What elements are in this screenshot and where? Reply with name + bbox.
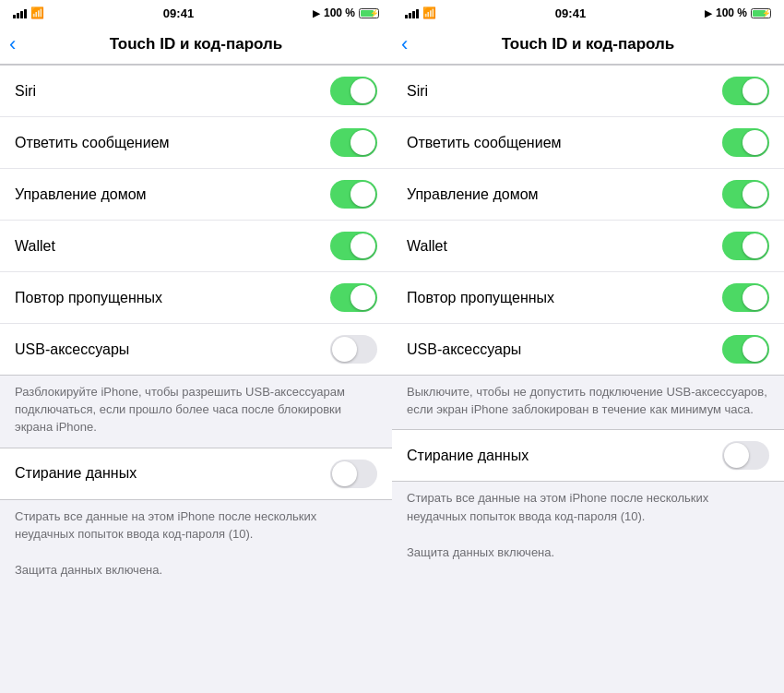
label-siri-right: Siri xyxy=(407,83,722,100)
toggle-home-right[interactable] xyxy=(722,180,769,209)
toggle-reply-left[interactable] xyxy=(330,128,377,157)
toggle-siri-left[interactable] xyxy=(330,77,377,105)
toggle-wallet-left[interactable] xyxy=(330,232,377,260)
label-missed-right: Повтор пропущенных xyxy=(407,290,722,306)
label-wallet-left: Wallet xyxy=(15,238,330,255)
main-group-right: Siri Ответить сообщением Управление домо… xyxy=(392,65,784,376)
row-erase-right: Стирание данных xyxy=(392,430,784,481)
nav-title-right: Touch ID и код-пароль xyxy=(502,35,675,54)
usb-description-text-left: Разблокируйте iPhone, чтобы разрешить US… xyxy=(15,385,345,434)
toggle-erase-right[interactable] xyxy=(722,441,769,470)
toggle-usb-left[interactable] xyxy=(330,335,377,364)
signal-icon-left xyxy=(13,7,27,18)
usb-description-text-right: Выключите, чтобы не допустить подключени… xyxy=(407,385,767,416)
row-wallet-right: Wallet xyxy=(392,221,784,272)
label-home-left: Управление домом xyxy=(15,186,330,203)
toggle-home-left[interactable] xyxy=(330,180,377,209)
erase-description-left: Стирать все данные на этом iPhone после … xyxy=(0,500,392,554)
row-erase-left: Стирание данных xyxy=(0,448,392,499)
status-left-left: 📶 xyxy=(13,6,44,19)
row-missed-left: Повтор пропущенных xyxy=(0,272,392,324)
row-wallet-left: Wallet xyxy=(0,221,392,272)
status-right-right: ▶ 100 % ⚡ xyxy=(705,6,771,19)
row-usb-right: USB-аксессуары xyxy=(392,324,784,375)
row-reply-left: Ответить сообщением xyxy=(0,117,392,169)
nav-bar-left: ‹ Touch ID и код-пароль xyxy=(0,24,392,65)
label-erase-left: Стирание данных xyxy=(15,465,330,482)
label-home-right: Управление домом xyxy=(407,186,722,203)
nav-title-left: Touch ID и код-пароль xyxy=(110,35,283,54)
battery-icon-left: ⚡ xyxy=(359,8,379,18)
label-siri-left: Siri xyxy=(15,83,330,100)
row-siri-left: Siri xyxy=(0,66,392,117)
location-icon-right: ▶ xyxy=(705,8,712,18)
usb-description-left: Разблокируйте iPhone, чтобы разрешить US… xyxy=(0,376,392,448)
label-missed-left: Повтор пропущенных xyxy=(15,290,330,306)
wifi-icon-right: 📶 xyxy=(422,6,436,19)
label-usb-left: USB-аксессуары xyxy=(15,341,330,358)
erase-description-right: Стирать все данные на этом iPhone после … xyxy=(392,482,784,535)
back-button-left[interactable]: ‹ xyxy=(9,32,16,56)
main-group-left: Siri Ответить сообщением Управление домо… xyxy=(0,65,392,376)
nav-bar-right: ‹ Touch ID и код-пароль xyxy=(392,24,784,65)
toggle-erase-left[interactable] xyxy=(330,460,377,488)
panel-right: 📶 09:41 ▶ 100 % ⚡ ‹ Touch ID и код-парол… xyxy=(392,0,784,693)
row-siri-right: Siri xyxy=(392,66,784,117)
label-wallet-right: Wallet xyxy=(407,238,722,255)
erase-description-text-right: Стирать все данные на этом iPhone после … xyxy=(407,491,708,522)
row-home-right: Управление домом xyxy=(392,169,784,221)
battery-icon-right: ⚡ xyxy=(751,8,771,18)
toggle-wallet-right[interactable] xyxy=(722,232,769,260)
settings-scroll-right: Siri Ответить сообщением Управление домо… xyxy=(392,65,784,693)
protection-text-right: Защита данных включена. xyxy=(407,545,554,559)
toggle-reply-right[interactable] xyxy=(722,128,769,157)
protection-block-right: Защита данных включена. xyxy=(392,536,784,570)
erase-group-right: Стирание данных xyxy=(392,429,784,482)
status-bar-right: 📶 09:41 ▶ 100 % ⚡ xyxy=(392,0,784,24)
battery-text-right: 100 % xyxy=(716,6,747,19)
protection-text-left: Защита данных включена. xyxy=(15,563,162,577)
status-bar-left: 📶 09:41 ▶ 100 % ⚡ xyxy=(0,0,392,24)
panel-left: 📶 09:41 ▶ 100 % ⚡ ‹ Touch ID и код-парол… xyxy=(0,0,392,693)
usb-description-right: Выключите, чтобы не допустить подключени… xyxy=(392,376,784,429)
battery-text-left: 100 % xyxy=(324,6,355,19)
row-reply-right: Ответить сообщением xyxy=(392,117,784,169)
toggle-missed-left[interactable] xyxy=(330,283,377,312)
erase-description-text-left: Стирать все данные на этом iPhone после … xyxy=(15,509,316,541)
toggle-usb-right[interactable] xyxy=(722,335,769,364)
wifi-icon-left: 📶 xyxy=(30,6,44,19)
settings-scroll-left: Siri Ответить сообщением Управление домо… xyxy=(0,65,392,693)
status-left-right: 📶 xyxy=(405,6,436,19)
back-button-right[interactable]: ‹ xyxy=(401,32,408,56)
row-home-left: Управление домом xyxy=(0,169,392,221)
status-right-left: ▶ 100 % ⚡ xyxy=(313,6,379,19)
label-reply-left: Ответить сообщением xyxy=(15,135,330,151)
signal-icon-right xyxy=(405,7,419,18)
label-reply-right: Ответить сообщением xyxy=(407,135,722,151)
protection-block-left: Защита данных включена. xyxy=(0,554,392,588)
time-right: 09:41 xyxy=(555,6,586,20)
erase-group-left: Стирание данных xyxy=(0,448,392,500)
label-erase-right: Стирание данных xyxy=(407,448,722,464)
toggle-missed-right[interactable] xyxy=(722,283,769,312)
row-missed-right: Повтор пропущенных xyxy=(392,272,784,324)
location-icon-left: ▶ xyxy=(313,8,320,18)
row-usb-left: USB-аксессуары xyxy=(0,324,392,375)
label-usb-right: USB-аксессуары xyxy=(407,341,722,358)
time-left: 09:41 xyxy=(163,6,194,20)
toggle-siri-right[interactable] xyxy=(722,77,769,105)
